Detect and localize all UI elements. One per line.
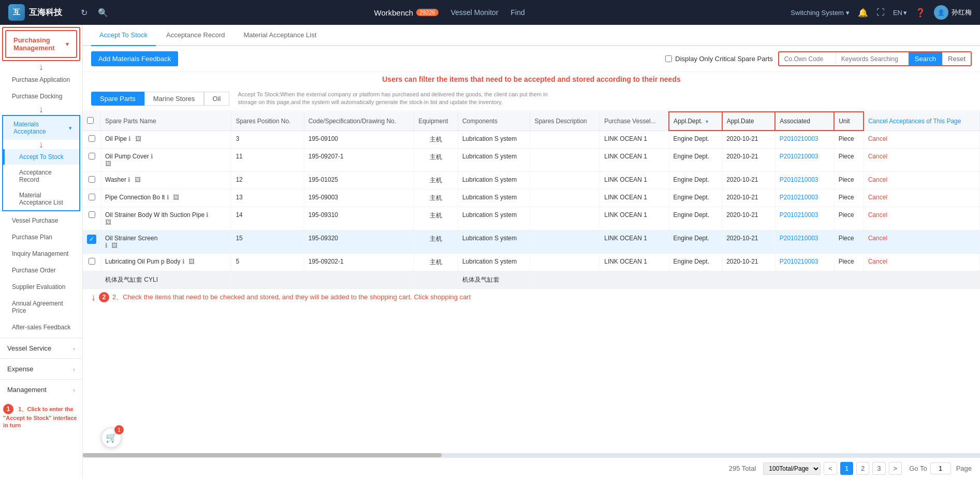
select-all-checkbox[interactable] [87, 117, 94, 124]
row-checkbox-checked[interactable]: ✓ [87, 235, 96, 244]
sidebar-item-annual-agreement-price[interactable]: Annual Agreement Price [0, 295, 82, 319]
cancel-link[interactable]: Cancel [868, 235, 887, 242]
associated-link[interactable]: P2010210003 [780, 194, 818, 201]
reset-button[interactable]: Reset [942, 52, 971, 65]
prev-page-btn[interactable]: < [824, 462, 837, 475]
page-size-select[interactable]: 100Total/Page [763, 462, 821, 475]
switching-system-btn[interactable]: Switching System ▾ [791, 9, 850, 17]
cancel-link[interactable]: Cancel [868, 211, 887, 219]
tab-acceptance-record[interactable]: Acceptance Record [158, 25, 233, 46]
th-cancel-page[interactable]: Cancel Acceptances of This Page [864, 112, 979, 131]
critical-spare-parts-checkbox[interactable] [665, 55, 672, 62]
th-checkbox[interactable] [83, 112, 101, 131]
info-icon[interactable]: ℹ [151, 153, 153, 160]
sidebar-item-supplier-evaluation[interactable]: Supplier Evaluation [0, 279, 82, 295]
cancel-link[interactable]: Cancel [868, 194, 887, 201]
cancel-link[interactable]: Cancel [868, 135, 887, 142]
info-icon[interactable]: ℹ [128, 135, 131, 142]
page-3-btn[interactable]: 3 [872, 462, 885, 475]
associated-link[interactable]: P2010210003 [780, 135, 818, 142]
app-layout: Purchasing Management ▾ ↓ Purchase Appli… [0, 25, 980, 479]
associated-link[interactable]: P2010210003 [780, 258, 818, 265]
language-btn[interactable]: EN ▾ [893, 9, 907, 17]
th-unit: Unit [834, 112, 864, 131]
associated-link[interactable]: P2010210003 [780, 211, 818, 219]
sidebar-item-management[interactable]: Management › [0, 380, 82, 400]
th-spares-description: Spares Description [530, 112, 600, 131]
th-components: Components [458, 112, 530, 131]
search-nav-icon[interactable]: 🔍 [98, 8, 108, 18]
find-link[interactable]: Find [511, 8, 525, 17]
sub-tab-spare-parts[interactable]: Spare Parts [91, 92, 144, 106]
refresh-icon[interactable]: ↻ [81, 8, 87, 18]
info-icon[interactable]: ℹ [167, 194, 169, 201]
th-equipment: Equipment [414, 112, 458, 131]
scrollbar-thumb[interactable] [83, 453, 442, 457]
sidebar-subitem-accept-to-stock[interactable]: Accept To Stock [3, 149, 79, 165]
row-checkbox[interactable] [89, 135, 95, 142]
page-2-btn[interactable]: 2 [856, 462, 869, 475]
image-icon[interactable]: 🖼 [135, 176, 141, 183]
info-icon[interactable]: ℹ [206, 211, 209, 219]
row-checkbox[interactable] [89, 258, 95, 265]
image-icon[interactable]: 🖼 [105, 219, 111, 226]
info-icon[interactable]: ℹ [128, 176, 130, 183]
sidebar-subitem-material-acceptance-list[interactable]: Material Acceptance List [3, 187, 79, 210]
table-row-checked: ✓ Oil Strainer Screen ℹ 🖼 15 195-09320 主… [83, 230, 980, 253]
cart-button[interactable]: 🛒 1 [101, 427, 122, 448]
add-materials-feedback-button[interactable]: Add Materials Feedback [91, 51, 178, 66]
info-icon[interactable]: ℹ [182, 258, 185, 265]
sidebar-item-purchasing-management[interactable]: Purchasing Management ▾ [5, 30, 77, 58]
help-icon[interactable]: ❓ [915, 8, 926, 18]
sidebar-item-vessel-service[interactable]: Vessel Service › [0, 338, 82, 358]
keywords-search-input[interactable] [836, 53, 909, 65]
toolbar: Add Materials Feedback Display Only Crit… [83, 46, 980, 72]
notification-icon[interactable]: 🔔 [858, 8, 868, 18]
row-checkbox[interactable] [89, 211, 95, 218]
th-position-no: Spares Position No. [231, 112, 304, 131]
goto-input[interactable] [930, 462, 951, 474]
row-checkbox[interactable] [89, 176, 95, 183]
image-icon[interactable]: 🖼 [111, 242, 118, 249]
sidebar-item-purchase-application[interactable]: Purchase Application [0, 71, 82, 88]
workbench-link[interactable]: Workbench 29226 [374, 8, 438, 17]
toolbar-right: Display Only Critical Spare Parts Search… [665, 51, 972, 66]
sidebar-item-vessel-purchase[interactable]: Vessel Purchase [0, 212, 82, 229]
row-checkbox[interactable] [89, 194, 95, 200]
sidebar-item-aftersales-feedback[interactable]: After-sales Feedback [0, 319, 82, 336]
th-appl-dept[interactable]: Appl.Dept. ▾ [669, 112, 722, 131]
tab-accept-to-stock[interactable]: Accept To Stock [91, 25, 156, 46]
sub-tab-marine-stores[interactable]: Marine Stores [144, 92, 204, 106]
user-avatar: 👤 [934, 5, 948, 20]
image-icon[interactable]: 🖼 [135, 135, 141, 142]
cancel-link[interactable]: Cancel [868, 176, 887, 183]
next-page-btn[interactable]: > [889, 462, 902, 475]
sidebar-subitem-acceptance-record[interactable]: Acceptance Record [3, 165, 79, 187]
fullscreen-icon[interactable]: ⛶ [876, 8, 885, 17]
horizontal-scrollbar[interactable] [83, 453, 980, 457]
associated-link[interactable]: P2010210003 [780, 153, 818, 160]
sidebar-item-purchase-docking[interactable]: Purchase Docking [0, 88, 82, 105]
search-button[interactable]: Search [909, 52, 942, 65]
image-icon[interactable]: 🖼 [105, 160, 111, 167]
sidebar-item-inquiry-management[interactable]: Inquiry Management [0, 245, 82, 262]
associated-link[interactable]: P2010210003 [780, 235, 818, 242]
tab-material-acceptance-list[interactable]: Material Acceptance List [235, 25, 325, 46]
logo-icon: 互 [8, 4, 25, 21]
info-icon[interactable]: ℹ [105, 242, 108, 249]
sub-tab-oil[interactable]: Oil [204, 92, 230, 106]
sidebar-item-purchase-plan[interactable]: Purchase Plan [0, 229, 82, 245]
page-1-btn[interactable]: 1 [840, 462, 853, 475]
coown-code-input[interactable] [779, 53, 836, 65]
sidebar-item-expense[interactable]: Expense › [0, 359, 82, 379]
cancel-link[interactable]: Cancel [868, 153, 887, 160]
vessel-monitor-link[interactable]: Vessel Monitor [451, 8, 499, 17]
row-checkbox[interactable] [89, 153, 95, 159]
cancel-link[interactable]: Cancel [868, 258, 887, 265]
sidebar-item-purchase-order[interactable]: Purchase Order [0, 262, 82, 279]
image-icon[interactable]: 🖼 [173, 194, 179, 201]
sidebar-item-materials-acceptance[interactable]: Materials Acceptance ▾ [3, 116, 79, 140]
user-profile-btn[interactable]: 👤 孙红梅 [934, 5, 972, 20]
associated-link[interactable]: P2010210003 [780, 176, 818, 183]
image-icon[interactable]: 🖼 [188, 258, 195, 265]
